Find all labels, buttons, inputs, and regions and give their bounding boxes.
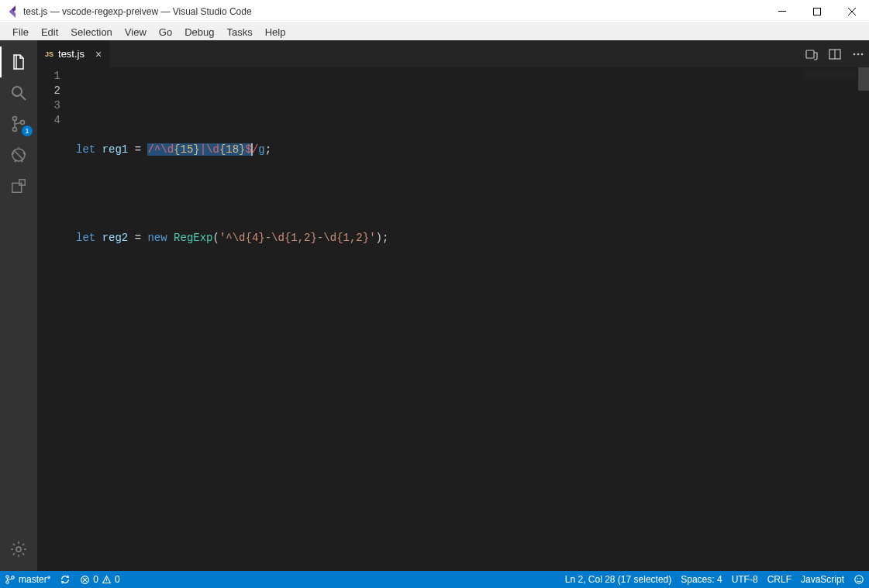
code[interactable]: let reg1 = /^\d{15}|\d{18}$/g; let reg2 … xyxy=(76,67,388,571)
menu-view[interactable]: View xyxy=(119,26,153,38)
code-line: let reg2 = new RegExp('^\d{4}-\d{1,2}-\d… xyxy=(76,231,388,246)
status-selection[interactable]: Ln 2, Col 28 (17 selected) xyxy=(560,571,676,588)
more-actions-icon[interactable] xyxy=(852,48,864,60)
titlebar: test.js — vscode-regexp-preivew — Visual… xyxy=(0,0,869,23)
svg-line-3 xyxy=(21,95,26,100)
svg-point-11 xyxy=(16,547,21,552)
svg-point-19 xyxy=(6,581,9,584)
window-title: test.js — vscode-regexp-preivew — Visual… xyxy=(23,6,252,17)
status-encoding[interactable]: UTF-8 xyxy=(727,571,763,588)
menu-debug[interactable]: Debug xyxy=(178,26,220,38)
svg-point-4 xyxy=(13,117,17,121)
status-sync[interactable] xyxy=(55,571,75,588)
activity-extensions[interactable] xyxy=(0,170,37,201)
tab-actions xyxy=(805,40,869,67)
activity-settings[interactable] xyxy=(0,534,37,565)
vscode-logo-icon xyxy=(6,5,19,18)
menu-tasks[interactable]: Tasks xyxy=(220,26,258,38)
svg-point-23 xyxy=(855,576,864,584)
svg-point-2 xyxy=(12,87,22,96)
menu-edit[interactable]: Edit xyxy=(35,26,64,38)
svg-rect-12 xyxy=(806,50,814,58)
activity-search[interactable] xyxy=(0,77,37,108)
status-language[interactable]: JavaScript xyxy=(796,571,849,588)
svg-point-16 xyxy=(857,53,860,55)
scm-badge: 1 xyxy=(22,126,33,136)
svg-point-18 xyxy=(6,576,9,579)
tab-filename: test.js xyxy=(58,48,84,60)
minimize-button[interactable] xyxy=(764,0,799,22)
editor-area: JS test.js × 1 2 3 4 xyxy=(37,40,869,571)
code-line xyxy=(76,187,388,201)
branch-label: master* xyxy=(19,574,50,585)
line-number: 4 xyxy=(37,113,60,128)
line-number: 3 xyxy=(37,98,60,113)
main: 1 JS test.js × xyxy=(0,40,869,571)
svg-point-17 xyxy=(861,53,864,55)
branch-icon xyxy=(5,574,16,585)
code-line xyxy=(76,98,388,113)
svg-point-5 xyxy=(13,128,17,132)
code-line: let reg1 = /^\d{15}|\d{18}$/g; xyxy=(76,143,388,157)
svg-point-25 xyxy=(860,578,860,579)
warning-icon xyxy=(102,575,112,585)
warning-count: 0 xyxy=(115,574,120,585)
menu-help[interactable]: Help xyxy=(259,26,292,38)
vertical-scrollbar[interactable] xyxy=(858,67,869,91)
maximize-button[interactable] xyxy=(799,0,834,22)
line-number: 1 xyxy=(37,69,60,84)
editor-content[interactable]: 1 2 3 4 let reg1 = /^\d{15}|\d{18}$/g; l… xyxy=(37,67,869,571)
tab-close-icon[interactable]: × xyxy=(95,48,102,60)
tabs: JS test.js × xyxy=(37,40,869,67)
activity-debug[interactable] xyxy=(0,139,37,170)
regexp-preview-icon[interactable] xyxy=(805,48,818,60)
minimap[interactable] xyxy=(802,69,857,80)
line-gutter: 1 2 3 4 xyxy=(37,67,76,571)
menu-file[interactable]: File xyxy=(6,26,35,38)
split-editor-icon[interactable] xyxy=(829,48,841,60)
menubar: File Edit Selection View Go Debug Tasks … xyxy=(0,23,869,40)
close-button[interactable] xyxy=(834,0,869,22)
menu-selection[interactable]: Selection xyxy=(64,26,118,38)
sync-icon xyxy=(60,574,71,585)
svg-rect-9 xyxy=(12,183,22,192)
activity-explorer[interactable] xyxy=(0,46,37,77)
smiley-icon xyxy=(853,574,864,585)
js-file-icon: JS xyxy=(45,50,53,58)
svg-rect-0 xyxy=(778,11,786,12)
status-eol[interactable]: CRLF xyxy=(763,571,796,588)
error-count: 0 xyxy=(93,574,98,585)
line-number: 2 xyxy=(37,84,60,98)
statusbar: master* 0 0 Ln 2, Col 28 (17 selected) S… xyxy=(0,571,869,588)
status-feedback[interactable] xyxy=(849,571,869,588)
svg-rect-1 xyxy=(813,8,820,15)
svg-point-6 xyxy=(21,121,25,125)
svg-line-8 xyxy=(14,150,23,160)
svg-point-24 xyxy=(857,578,858,579)
status-problems[interactable]: 0 0 xyxy=(75,571,124,588)
error-icon xyxy=(80,575,90,585)
menu-go[interactable]: Go xyxy=(153,26,178,38)
status-spaces[interactable]: Spaces: 4 xyxy=(676,571,726,588)
tab-testjs[interactable]: JS test.js × xyxy=(37,40,110,67)
svg-point-15 xyxy=(853,53,856,55)
svg-rect-10 xyxy=(19,180,25,185)
activitybar: 1 xyxy=(0,40,37,571)
svg-point-20 xyxy=(12,576,15,579)
status-branch[interactable]: master* xyxy=(0,571,55,588)
window-controls xyxy=(764,0,869,22)
activity-scm[interactable]: 1 xyxy=(0,108,37,139)
